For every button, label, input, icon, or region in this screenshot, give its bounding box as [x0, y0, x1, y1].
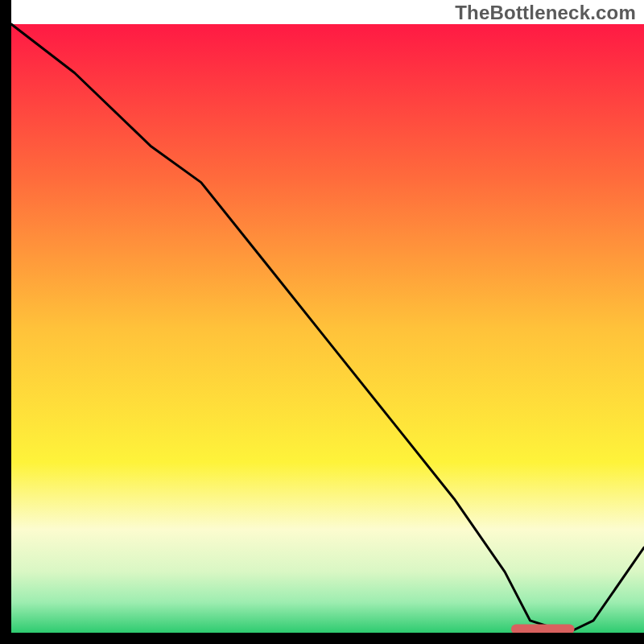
- y-axis: [0, 0, 11, 644]
- plot-background: [11, 24, 644, 633]
- chart-canvas: [0, 0, 644, 644]
- x-axis: [0, 633, 644, 644]
- chart-frame: TheBottleneck.com: [0, 0, 644, 644]
- optimal-range-marker: [511, 624, 575, 634]
